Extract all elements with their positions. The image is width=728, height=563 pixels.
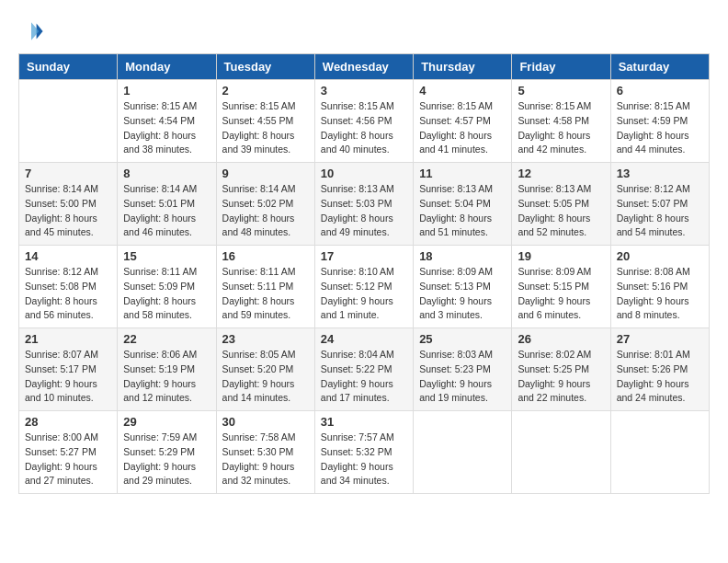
week-row-1: 7Sunrise: 8:14 AM Sunset: 5:00 PM Daylig… (19, 163, 710, 246)
day-info: Sunrise: 8:15 AM Sunset: 4:59 PM Dayligh… (617, 99, 703, 157)
day-info: Sunrise: 8:13 AM Sunset: 5:05 PM Dayligh… (518, 182, 604, 240)
day-info: Sunrise: 8:06 AM Sunset: 5:19 PM Dayligh… (123, 348, 210, 406)
day-number: 26 (518, 332, 604, 346)
day-cell: 21Sunrise: 8:07 AM Sunset: 5:17 PM Dayli… (19, 328, 118, 411)
week-row-4: 28Sunrise: 8:00 AM Sunset: 5:27 PM Dayli… (19, 411, 710, 494)
day-info: Sunrise: 8:12 AM Sunset: 5:08 PM Dayligh… (25, 265, 111, 323)
day-cell (414, 411, 512, 494)
day-number: 3 (321, 84, 407, 98)
day-cell: 12Sunrise: 8:13 AM Sunset: 5:05 PM Dayli… (512, 163, 610, 246)
day-cell: 31Sunrise: 7:57 AM Sunset: 5:32 PM Dayli… (314, 411, 413, 494)
day-number: 10 (321, 167, 407, 180)
header-row: SundayMondayTuesdayWednesdayThursdayFrid… (19, 54, 710, 80)
day-cell: 1Sunrise: 8:15 AM Sunset: 4:54 PM Daylig… (118, 80, 216, 163)
day-info: Sunrise: 8:11 AM Sunset: 5:09 PM Dayligh… (123, 265, 210, 323)
logo (18, 18, 48, 44)
logo-icon (18, 18, 44, 44)
day-info: Sunrise: 8:00 AM Sunset: 5:27 PM Dayligh… (25, 431, 111, 488)
day-number: 9 (222, 167, 309, 180)
day-cell (512, 411, 610, 494)
day-info: Sunrise: 8:15 AM Sunset: 4:58 PM Dayligh… (518, 99, 604, 157)
day-info: Sunrise: 8:11 AM Sunset: 5:11 PM Dayligh… (222, 265, 309, 323)
day-cell: 4Sunrise: 8:15 AM Sunset: 4:57 PM Daylig… (414, 80, 512, 163)
day-info: Sunrise: 8:01 AM Sunset: 5:26 PM Dayligh… (617, 348, 703, 406)
day-cell: 23Sunrise: 8:05 AM Sunset: 5:20 PM Dayli… (216, 328, 314, 411)
calendar-table: SundayMondayTuesdayWednesdayThursdayFrid… (18, 53, 710, 494)
day-cell: 11Sunrise: 8:13 AM Sunset: 5:04 PM Dayli… (414, 163, 512, 246)
day-number: 27 (617, 332, 703, 346)
day-info: Sunrise: 8:14 AM Sunset: 5:02 PM Dayligh… (222, 182, 309, 240)
day-cell: 2Sunrise: 8:15 AM Sunset: 4:55 PM Daylig… (216, 80, 314, 163)
day-number: 23 (222, 332, 309, 346)
day-info: Sunrise: 8:13 AM Sunset: 5:03 PM Dayligh… (321, 182, 407, 240)
day-cell: 16Sunrise: 8:11 AM Sunset: 5:11 PM Dayli… (216, 246, 314, 328)
day-cell: 14Sunrise: 8:12 AM Sunset: 5:08 PM Dayli… (19, 246, 118, 328)
day-number: 24 (321, 332, 407, 346)
day-info: Sunrise: 8:15 AM Sunset: 4:56 PM Dayligh… (321, 99, 407, 157)
day-info: Sunrise: 8:08 AM Sunset: 5:16 PM Dayligh… (617, 265, 703, 323)
day-number: 18 (419, 249, 506, 263)
day-number: 17 (321, 249, 407, 263)
day-cell (19, 80, 118, 163)
day-cell: 18Sunrise: 8:09 AM Sunset: 5:13 PM Dayli… (414, 246, 512, 328)
day-cell (610, 411, 709, 494)
day-number: 2 (222, 84, 309, 98)
day-number: 1 (123, 84, 210, 98)
day-cell: 5Sunrise: 8:15 AM Sunset: 4:58 PM Daylig… (512, 80, 610, 163)
day-number: 14 (25, 249, 111, 263)
header (18, 18, 710, 44)
day-info: Sunrise: 7:59 AM Sunset: 5:29 PM Dayligh… (123, 431, 210, 488)
week-row-0: 1Sunrise: 8:15 AM Sunset: 4:54 PM Daylig… (19, 80, 710, 163)
day-cell: 9Sunrise: 8:14 AM Sunset: 5:02 PM Daylig… (216, 163, 314, 246)
day-cell: 27Sunrise: 8:01 AM Sunset: 5:26 PM Dayli… (610, 328, 709, 411)
day-number: 25 (419, 332, 506, 346)
day-cell: 28Sunrise: 8:00 AM Sunset: 5:27 PM Dayli… (19, 411, 118, 494)
day-number: 21 (25, 332, 111, 346)
day-info: Sunrise: 8:05 AM Sunset: 5:20 PM Dayligh… (222, 348, 309, 406)
day-info: Sunrise: 8:15 AM Sunset: 4:57 PM Dayligh… (419, 99, 506, 157)
day-cell: 26Sunrise: 8:02 AM Sunset: 5:25 PM Dayli… (512, 328, 610, 411)
day-cell: 15Sunrise: 8:11 AM Sunset: 5:09 PM Dayli… (118, 246, 216, 328)
day-cell: 6Sunrise: 8:15 AM Sunset: 4:59 PM Daylig… (610, 80, 709, 163)
day-info: Sunrise: 8:03 AM Sunset: 5:23 PM Dayligh… (419, 348, 506, 406)
svg-marker-1 (31, 22, 39, 40)
day-number: 12 (518, 167, 604, 180)
day-cell: 7Sunrise: 8:14 AM Sunset: 5:00 PM Daylig… (19, 163, 118, 246)
day-number: 5 (518, 84, 604, 98)
day-number: 30 (222, 415, 309, 429)
day-cell: 8Sunrise: 8:14 AM Sunset: 5:01 PM Daylig… (118, 163, 216, 246)
day-info: Sunrise: 8:13 AM Sunset: 5:04 PM Dayligh… (419, 182, 506, 240)
day-cell: 30Sunrise: 7:58 AM Sunset: 5:30 PM Dayli… (216, 411, 314, 494)
day-info: Sunrise: 8:04 AM Sunset: 5:22 PM Dayligh… (321, 348, 407, 406)
day-info: Sunrise: 8:15 AM Sunset: 4:54 PM Dayligh… (123, 99, 210, 157)
day-number: 8 (123, 167, 210, 180)
day-cell: 3Sunrise: 8:15 AM Sunset: 4:56 PM Daylig… (314, 80, 413, 163)
week-row-3: 21Sunrise: 8:07 AM Sunset: 5:17 PM Dayli… (19, 328, 710, 411)
day-info: Sunrise: 8:09 AM Sunset: 5:15 PM Dayligh… (518, 265, 604, 323)
day-number: 19 (518, 249, 604, 263)
day-info: Sunrise: 8:12 AM Sunset: 5:07 PM Dayligh… (617, 182, 703, 240)
day-number: 4 (419, 84, 506, 98)
day-number: 28 (25, 415, 111, 429)
header-cell-saturday: Saturday (610, 54, 709, 80)
day-cell: 29Sunrise: 7:59 AM Sunset: 5:29 PM Dayli… (118, 411, 216, 494)
day-number: 13 (617, 167, 703, 180)
day-info: Sunrise: 8:09 AM Sunset: 5:13 PM Dayligh… (419, 265, 506, 323)
day-number: 29 (123, 415, 210, 429)
day-info: Sunrise: 8:02 AM Sunset: 5:25 PM Dayligh… (518, 348, 604, 406)
day-number: 31 (321, 415, 407, 429)
day-number: 7 (25, 167, 111, 180)
day-number: 11 (419, 167, 506, 180)
day-number: 15 (123, 249, 210, 263)
day-cell: 10Sunrise: 8:13 AM Sunset: 5:03 PM Dayli… (314, 163, 413, 246)
day-cell: 19Sunrise: 8:09 AM Sunset: 5:15 PM Dayli… (512, 246, 610, 328)
day-cell: 13Sunrise: 8:12 AM Sunset: 5:07 PM Dayli… (610, 163, 709, 246)
header-cell-sunday: Sunday (19, 54, 118, 80)
header-cell-thursday: Thursday (414, 54, 512, 80)
day-number: 6 (617, 84, 703, 98)
day-cell: 25Sunrise: 8:03 AM Sunset: 5:23 PM Dayli… (414, 328, 512, 411)
day-info: Sunrise: 8:07 AM Sunset: 5:17 PM Dayligh… (25, 348, 111, 406)
header-cell-monday: Monday (118, 54, 216, 80)
day-number: 16 (222, 249, 309, 263)
header-cell-wednesday: Wednesday (314, 54, 413, 80)
